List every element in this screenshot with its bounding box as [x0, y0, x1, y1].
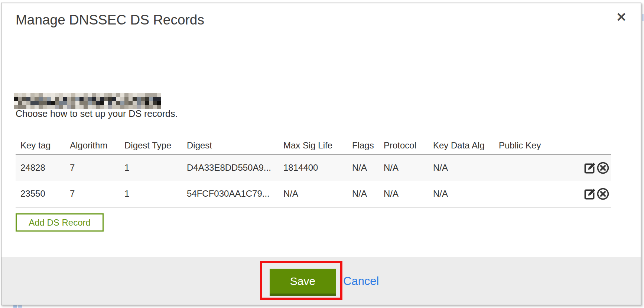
redacted-domain [14, 93, 161, 109]
row-actions [557, 154, 611, 181]
cell-public-key [494, 154, 557, 181]
instruction-text: Choose how to set up your DS records. [16, 108, 178, 119]
cell-max-sig-life: 1814400 [279, 154, 347, 181]
add-ds-record-button[interactable]: Add DS Record [16, 213, 104, 232]
table-row: 23550 7 1 54FCF030AA1C79... N/A N/A N/A … [16, 181, 611, 207]
ds-records-table: Key tag Algorithm Digest Type Digest Max… [16, 137, 611, 207]
row-actions [557, 181, 611, 207]
cell-protocol: N/A [379, 181, 428, 207]
cancel-link[interactable]: Cancel [343, 275, 379, 288]
cell-flags: N/A [347, 181, 379, 207]
cell-algorithm: 7 [65, 154, 120, 181]
cell-digest-type: 1 [120, 181, 182, 207]
edit-icon[interactable] [583, 161, 596, 174]
col-header-flags: Flags [347, 137, 379, 154]
cell-digest: D4A33E8DD550A9... [182, 154, 279, 181]
cell-algorithm: 7 [65, 181, 120, 207]
close-icon[interactable]: ✕ [613, 9, 630, 26]
col-header-public-key: Public Key [494, 137, 557, 154]
col-header-max-sig-life: Max Sig Life [279, 137, 347, 154]
cell-key-data-alg: N/A [428, 181, 494, 207]
save-button[interactable]: Save [270, 269, 336, 296]
cell-max-sig-life: N/A [279, 181, 347, 207]
cell-key-data-alg: N/A [428, 154, 494, 181]
page: Manage DNSSEC DS Records ✕ Choose how to… [0, 0, 644, 308]
manage-dnssec-dialog: Manage DNSSEC DS Records ✕ Choose how to… [1, 3, 641, 305]
cell-key-tag: 24828 [16, 154, 65, 181]
col-header-digest-type: Digest Type [120, 137, 182, 154]
col-header-key-tag: Key tag [16, 137, 65, 154]
table-row: 24828 7 1 D4A33E8DD550A9... 1814400 N/A … [16, 154, 611, 181]
cell-protocol: N/A [379, 154, 428, 181]
edit-icon[interactable] [583, 187, 596, 200]
col-header-algorithm: Algorithm [65, 137, 120, 154]
background-page-fragment [642, 14, 644, 21]
cell-digest-type: 1 [120, 154, 182, 181]
cell-digest: 54FCF030AA1C79... [182, 181, 279, 207]
cell-public-key [494, 181, 557, 207]
background-page-fragment [18, 305, 22, 308]
background-page-fragment [13, 305, 17, 308]
col-header-digest: Digest [182, 137, 279, 154]
col-header-protocol: Protocol [379, 137, 428, 154]
page-title: Manage DNSSEC DS Records [16, 12, 204, 28]
cell-key-tag: 23550 [16, 181, 65, 207]
dialog-footer: Save Cancel [1, 257, 641, 305]
col-header-actions [557, 137, 611, 154]
delete-icon[interactable] [596, 161, 609, 174]
delete-icon[interactable] [596, 187, 609, 200]
cell-flags: N/A [347, 154, 379, 181]
col-header-key-data-alg: Key Data Alg [428, 137, 494, 154]
table-header-row: Key tag Algorithm Digest Type Digest Max… [16, 137, 611, 154]
